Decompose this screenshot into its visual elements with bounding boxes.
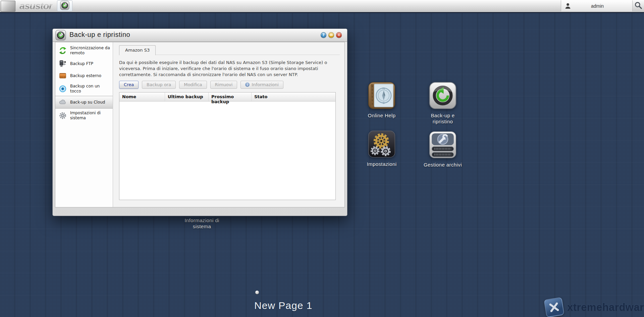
cloud-icon <box>59 98 67 106</box>
toolbar: Crea Backup ora Modifica Rimuovi Informa… <box>119 81 340 89</box>
sidebar-item-label: Backup FTP <box>70 61 93 66</box>
xtremehardware-logo-icon <box>544 297 565 317</box>
sidebar-item-backup-esterno[interactable]: Backup esterno <box>55 70 113 82</box>
minimize-button[interactable] <box>328 32 334 38</box>
sidebar-item-backup-con-un-tocco[interactable]: Backup con un tocco <box>55 82 113 96</box>
desktop-icon-label: Back-up e ripristino <box>427 113 459 125</box>
top-taskbar: asustor admin <box>0 0 644 13</box>
column-header-ultimo-backup[interactable]: Ultimo backup <box>165 92 209 101</box>
desktop-icon-label: Informazioni di sistema <box>180 217 223 230</box>
remote-sync-icon <box>59 47 67 55</box>
sidebar-item-impostazioni-di-sistema[interactable]: Impostazioni di sistema <box>55 109 113 123</box>
desktop-icon-gestione-archivi[interactable]: Gestione archivi <box>420 131 466 168</box>
modifica-button[interactable]: Modifica <box>179 81 207 89</box>
desktop-icon-label: Impostazioni <box>360 161 404 167</box>
sidebar-item-label: Impostazioni di sistema <box>70 111 111 121</box>
description-text: Da qui è possibile eseguire il backup de… <box>119 60 339 78</box>
online-help-book-compass-icon: N S <box>368 105 396 111</box>
web-page-title: New Page 1 <box>254 300 312 311</box>
watermark-text: xtremehardware.it <box>567 301 644 313</box>
desktop-screen: asustor admin <box>0 0 644 317</box>
column-header-prossimo-backup[interactable]: Prossimo backup <box>209 92 252 101</box>
desktop-icon-label: Online Help <box>360 113 404 119</box>
informazioni-button[interactable]: Informazioni <box>240 81 283 89</box>
backup-app-icon <box>55 30 66 42</box>
column-header-stato[interactable]: Stato <box>252 92 335 101</box>
table-body-empty <box>119 102 335 200</box>
user-icon <box>565 3 571 9</box>
tab-strip: Amazon S3 <box>119 45 340 55</box>
desktop-icon-online-help[interactable]: N S Online Help <box>360 81 404 119</box>
xtremehardware-watermark: xtremehardware.it <box>545 298 644 316</box>
crea-button[interactable]: Crea <box>119 81 139 89</box>
button-label: Modifica <box>184 82 202 87</box>
button-label: Rimuovi <box>215 82 233 87</box>
user-menu[interactable]: admin <box>561 0 633 11</box>
desktop-icon-label: Gestione archivi <box>420 162 466 168</box>
asustor-logo: asustor <box>19 0 52 12</box>
one-touch-icon <box>59 85 67 93</box>
external-drive-icon <box>59 72 67 80</box>
desktop-icon-backup-e-ripristino[interactable]: Back-up e ripristino <box>420 81 466 125</box>
search-icon <box>634 1 643 11</box>
page-bullet-dot <box>255 291 259 294</box>
tab-amazon-s3[interactable]: Amazon S3 <box>119 45 156 55</box>
svg-text:S: S <box>383 101 385 105</box>
taskbar-running-app-backup[interactable] <box>57 0 72 11</box>
window-title: Back-up e ripristino <box>69 31 130 39</box>
button-label: Backup ora <box>147 82 171 87</box>
gear-icon <box>59 112 67 120</box>
close-button[interactable]: ✕ <box>336 32 342 38</box>
storage-manager-drive-wrench-icon <box>429 154 457 160</box>
desktop-icon-informazioni-di-sistema[interactable]: Informazioni di sistema <box>180 216 223 230</box>
backup-app-icon <box>429 105 457 111</box>
settings-gears-icon <box>368 153 396 160</box>
backup-sidebar: Sincronizzazione da remoto Backup <box>55 42 113 207</box>
window-content: Sincronizzazione da remoto Backup <box>55 42 345 207</box>
show-desktop-button[interactable] <box>1 1 15 12</box>
sidebar-item-sincronizzazione-da-remoto[interactable]: Sincronizzazione da remoto <box>55 44 113 58</box>
ftp-server-icon <box>59 60 67 68</box>
search-button[interactable] <box>633 1 643 11</box>
backup-ora-button[interactable]: Backup ora <box>142 81 176 89</box>
table-header: Nome Ultimo backup Prossimo backup Stato <box>119 92 335 102</box>
sidebar-item-backup-su-cloud[interactable]: Back-up su Cloud <box>55 96 113 109</box>
info-icon <box>245 82 250 87</box>
sidebar-item-label: Sincronizzazione da remoto <box>70 46 111 56</box>
column-header-nome[interactable]: Nome <box>119 92 165 101</box>
user-name-label: admin <box>571 3 632 9</box>
sidebar-item-backup-ftp[interactable]: Backup FTP <box>55 58 113 70</box>
backup-restore-window: Back-up e ripristino ? ✕ <box>52 28 347 216</box>
sidebar-item-label: Backup esterno <box>70 73 101 78</box>
rimuovi-button[interactable]: Rimuovi <box>210 81 237 89</box>
button-label: Crea <box>124 82 134 87</box>
window-titlebar[interactable]: Back-up e ripristino ? ✕ <box>53 29 347 42</box>
help-button[interactable]: ? <box>321 32 326 38</box>
button-label: Informazioni <box>252 82 279 87</box>
sidebar-item-label: Backup con un tocco <box>70 84 111 94</box>
tab-content-pane: Amazon S3 Da qui è possibile eseguire il… <box>113 42 344 207</box>
svg-text:N: N <box>383 87 385 90</box>
desktop-icon-impostazioni[interactable]: Impostazioni <box>360 130 404 167</box>
sidebar-item-label: Back-up su Cloud <box>70 100 105 105</box>
backup-jobs-table: Nome Ultimo backup Prossimo backup Stato <box>119 92 336 200</box>
backup-app-icon <box>60 1 69 11</box>
